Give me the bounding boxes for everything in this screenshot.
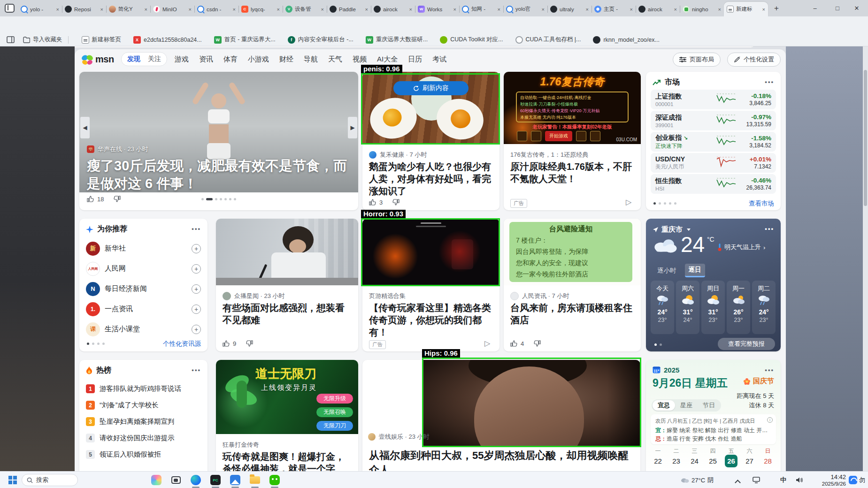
weather-notice[interactable]: 明天气温上升 › — [717, 243, 765, 252]
follow-add-button[interactable] — [192, 244, 201, 253]
msn-logo-text[interactable]: msn — [95, 54, 114, 65]
tab-close-icon[interactable]: × — [100, 7, 103, 12]
weather-widget[interactable]: 重庆市 24 °C 明天气温上升 › 逐小时 逐日 今天24°23°周六31°2… — [646, 219, 781, 351]
like-button[interactable]: 18 — [87, 195, 104, 203]
tab-close-icon[interactable]: × — [586, 7, 589, 12]
market-row[interactable]: 创业板指正快速下降-1.58%3,184.52 — [651, 132, 776, 152]
follow-add-button[interactable] — [192, 264, 201, 274]
personalize-button[interactable]: 个性化设置 — [727, 53, 781, 67]
calendar-date[interactable]: 24 — [688, 455, 701, 467]
msn-logo-icon[interactable] — [81, 54, 93, 66]
market-row[interactable]: 深证成指399001-0.97%13,315.59 — [651, 111, 776, 130]
source-row[interactable]: 壹线娱乐 · 23 小时 — [368, 433, 430, 441]
more-menu-icon[interactable] — [765, 225, 774, 232]
market-row[interactable]: USD/CNY美元/人民币+0.01%7.1342 — [651, 153, 776, 173]
browser-tab[interactable]: airock× — [371, 2, 415, 16]
hero-title[interactable]: 瘦了30斤后发现，减肥最有效不是节食，而是做对这 6 件事！ — [87, 157, 353, 192]
browser-tab[interactable]: csdn -× — [194, 2, 238, 16]
festival-row[interactable]: 国庆节 — [743, 377, 774, 386]
carousel-dots[interactable] — [201, 198, 236, 200]
tab-close-icon[interactable]: × — [56, 7, 59, 12]
taskbar-weather[interactable]: 27°C 阴 — [681, 472, 714, 488]
tab-close-icon[interactable]: × — [145, 7, 147, 12]
like-button[interactable]: 4 — [510, 340, 524, 347]
app-icon-ai[interactable] — [149, 474, 163, 486]
app-icon-edge[interactable] — [189, 474, 203, 486]
app-icon-explorer[interactable] — [248, 474, 262, 486]
market-row[interactable]: 上证指数000001-0.18%3,846.25 — [651, 90, 776, 109]
calendar-date[interactable]: 28 — [761, 455, 774, 467]
close-button[interactable]: ✕ — [845, 0, 868, 16]
msn-nav-item[interactable]: 体育 — [223, 55, 238, 64]
typhoon-notice-image[interactable]: 台风避险通知 7 楼住户：因台风即将登陆，为保障您和家人的安全，现建议您一家今晚… — [504, 219, 641, 285]
recommend-source-row[interactable]: 每日经济新闻 — [86, 279, 201, 299]
browser-tab[interactable]: airock× — [636, 2, 680, 16]
hot-list-item[interactable]: 3坠崖孕妇离婚案择期宣判 — [86, 413, 201, 430]
app-icon-pycharm[interactable] — [208, 474, 223, 486]
calendar-date[interactable]: 27 — [743, 455, 756, 467]
msn-nav-item[interactable]: 考试 — [432, 55, 446, 64]
tab-close-icon[interactable]: × — [498, 7, 500, 12]
hero-card[interactable]: ◀ ▶ 华 华声在线 · 23 小时 瘦了30斤后发现，减肥最有效不是节食，而是… — [79, 72, 358, 210]
new-tab-button[interactable]: + — [771, 3, 782, 14]
browser-tab[interactable]: Reposi× — [62, 2, 106, 16]
minimize-button[interactable]: – — [804, 0, 826, 16]
tab-close-icon[interactable]: × — [762, 7, 765, 12]
game-ad-image[interactable]: 道士无限刀 上线领变异月灵 无限升级无限召唤无限刀刀 — [216, 360, 358, 434]
browser-tab[interactable]: yolo官× — [503, 2, 547, 16]
thumbs-down-icon[interactable] — [246, 340, 253, 347]
msn-nav-item[interactable]: 日历 — [408, 55, 422, 64]
app-icon-taskview[interactable] — [169, 474, 183, 486]
weather-day-column[interactable]: 周一26°23° — [727, 281, 750, 334]
browser-tab[interactable]: 新建标× — [724, 2, 768, 16]
weather-day-column[interactable]: 周六31°24° — [676, 281, 699, 334]
browser-tab[interactable]: 知网 -× — [459, 2, 503, 16]
more-menu-icon[interactable] — [765, 366, 774, 374]
market-row[interactable]: 恒生指数HSI-0.46%26,363.74 — [651, 174, 776, 194]
scrollbar-thumb[interactable] — [864, 70, 867, 206]
calendar-tab[interactable]: 宜忌 — [653, 400, 675, 411]
msn-nav-item[interactable]: 财经 — [279, 55, 293, 64]
recommend-source-row[interactable]: 一点资讯 — [86, 299, 201, 319]
bookmark-item[interactable]: CUDA 工具包存档 |... — [515, 36, 581, 44]
calendar-tab[interactable]: 节日 — [698, 400, 720, 411]
workspaces-icon[interactable] — [5, 4, 15, 13]
weather-day-column[interactable]: 今天24°23° — [651, 281, 674, 334]
info-icon[interactable]: i — [767, 417, 773, 423]
weather-day-column[interactable]: 周日31°23° — [701, 281, 725, 334]
weather-pagination[interactable] — [654, 343, 662, 346]
nav-tab-discover[interactable]: 发现 — [127, 55, 140, 63]
hero-source-row[interactable]: 华 华声在线 · 23 小时 — [87, 145, 148, 153]
start-button-icon[interactable] — [8, 476, 17, 484]
bookmark-item[interactable]: rknn_model_zoo/ex... — [593, 36, 660, 44]
more-menu-icon[interactable] — [765, 78, 774, 85]
calendar-date[interactable]: 23 — [670, 455, 683, 467]
ad-options-icon[interactable]: ▷ — [484, 339, 490, 348]
calendar-date[interactable]: 22 — [652, 455, 664, 467]
source-row[interactable]: 众播星闻 · 23 小时 — [223, 292, 285, 300]
bookmark-item[interactable]: 内容安全审核后台 -... — [288, 36, 353, 44]
article-title[interactable]: 鹅蛋为啥少有人吃？也很少有人卖，对身体有好处吗，看完涨知识了 — [369, 160, 493, 197]
tab-close-icon[interactable]: × — [365, 7, 368, 12]
hot-list-item[interactable]: 2“刘备”成了大学校长 — [86, 397, 201, 413]
browser-tab[interactable]: 主页 -× — [591, 2, 636, 16]
source-row[interactable]: 复禾健康 · 7 小时 — [369, 151, 427, 159]
page-scrollbar[interactable] — [863, 46, 868, 471]
taskbar-clock[interactable]: 14:42 2025/9/26 — [811, 473, 846, 487]
msn-nav-item[interactable]: 导航 — [304, 55, 318, 64]
tab-close-icon[interactable]: × — [277, 7, 280, 12]
follow-add-button[interactable] — [192, 284, 201, 294]
input-language-indicator[interactable]: 中 — [780, 472, 786, 488]
msn-nav-item[interactable]: AI大全 — [377, 55, 398, 64]
article-title[interactable]: 玩传奇就是图爽！超爆打金，杀怪必爆神装，就是一个字 — [223, 450, 350, 471]
like-button[interactable]: 9 — [223, 340, 236, 347]
recommend-source-row[interactable]: 新华社 — [86, 238, 201, 259]
legend-ad-image[interactable]: 1.76复古传奇 自动拾取·一键合成·24H挂机·离线打金秒速拉满·刀刀暴裂·小… — [504, 72, 641, 144]
calendar-date[interactable]: 25 — [707, 455, 719, 467]
thumbs-down-icon[interactable] — [113, 195, 121, 203]
msn-nav-item[interactable]: 视频 — [353, 55, 367, 64]
browser-tab[interactable]: yolo -× — [18, 2, 62, 16]
more-menu-icon[interactable] — [192, 225, 201, 232]
bookmark-item[interactable]: 首页 - 重庆远界大... — [214, 36, 276, 44]
browser-tab[interactable]: lyqcq-× — [238, 2, 283, 16]
